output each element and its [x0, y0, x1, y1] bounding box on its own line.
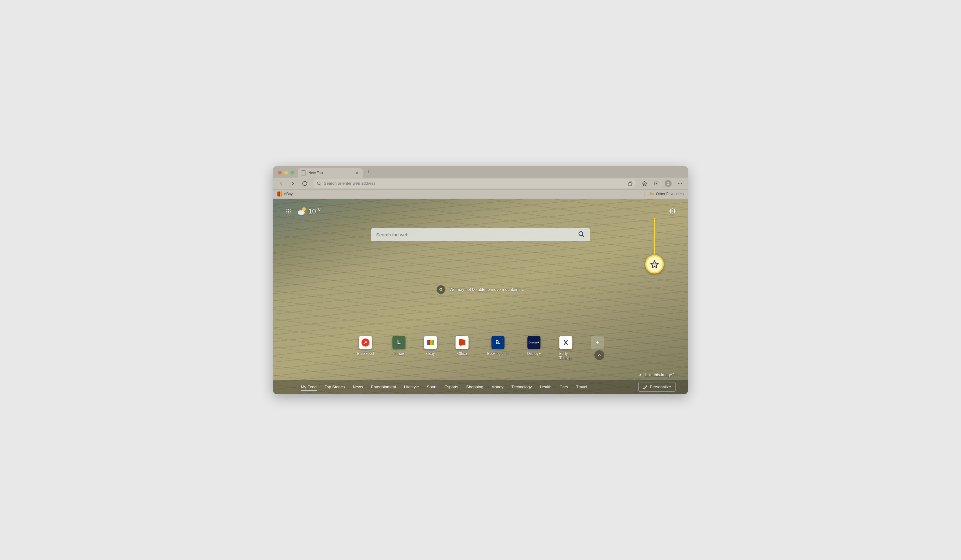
feed-tab-lifestyle[interactable]: Lifestyle: [404, 381, 419, 393]
like-image-link[interactable]: Like this image?: [637, 372, 674, 377]
add-favorite-icon[interactable]: [627, 181, 633, 186]
tile-disney[interactable]: Disney+ Disney+: [527, 336, 541, 360]
tile-icon: ↗: [359, 336, 372, 349]
svg-point-8: [290, 209, 291, 210]
maximize-window-button[interactable]: [291, 171, 294, 175]
personalize-button[interactable]: Personalize: [638, 382, 675, 392]
tab-title: New Tab: [309, 171, 323, 175]
feed-tab-entertainment[interactable]: Entertainment: [371, 381, 396, 393]
favorite-ebay[interactable]: eBay: [277, 191, 292, 196]
add-tile-button[interactable]: +: [591, 336, 604, 360]
avatar-icon: [665, 180, 672, 187]
tile-label: Disney+: [527, 351, 541, 356]
new-tab-page: 10°C We may not be able to move mountain…: [273, 199, 688, 394]
svg-point-3: [678, 183, 679, 183]
caption-search-icon: [437, 285, 445, 294]
ebay-icon: [277, 191, 282, 196]
tile-buzzfeed[interactable]: ↗ BuzzFeed: [357, 336, 374, 360]
address-input[interactable]: [324, 181, 625, 186]
divider: [644, 191, 645, 196]
feed-tab-top-stories[interactable]: Top Stories: [325, 381, 345, 393]
browser-tab[interactable]: New Tab ✕: [298, 168, 363, 178]
folder-icon: [649, 192, 654, 196]
tile-icon: L: [392, 336, 405, 349]
web-search-button[interactable]: [578, 231, 585, 239]
tab-bar: New Tab ✕ +: [273, 166, 688, 178]
favorites-button[interactable]: [640, 179, 649, 188]
feed-more-button[interactable]: ···: [595, 385, 600, 389]
feed-tab-cars[interactable]: Cars: [559, 381, 568, 393]
tile-forty-thieves[interactable]: Forty Thieves: [559, 336, 572, 360]
svg-point-6: [286, 209, 287, 210]
tile-label: Office: [457, 351, 467, 356]
minimize-window-button[interactable]: [284, 171, 288, 175]
feed-tab-my-feed[interactable]: My Feed: [301, 381, 317, 393]
feed-tab-money[interactable]: Money: [491, 381, 503, 393]
page-layout-button[interactable]: [285, 208, 292, 215]
web-search-input[interactable]: [376, 232, 578, 237]
feed-tab-esports[interactable]: Esports: [445, 381, 458, 393]
tile-lifewire[interactable]: L Lifewire: [392, 336, 405, 360]
browser-window: New Tab ✕ +: [273, 166, 688, 394]
expand-icon: [637, 372, 642, 377]
toolbar: [273, 178, 688, 189]
background-image: [273, 199, 688, 394]
feed-tab-news[interactable]: News: [353, 381, 363, 393]
profile-button[interactable]: [663, 179, 673, 188]
forward-button[interactable]: [288, 179, 298, 188]
temperature-unit: °C: [317, 207, 320, 212]
new-tab-button[interactable]: +: [364, 168, 373, 177]
svg-point-0: [317, 181, 320, 185]
tile-ebay[interactable]: eBay: [424, 336, 437, 360]
favorites-star-icon: [650, 260, 659, 268]
tile-label: Booking.com: [487, 351, 508, 356]
svg-point-2: [667, 182, 669, 183]
feed-nav: My Feed Top Stories News Entertainment L…: [273, 380, 688, 394]
caption-text: We may not be able to move mountains…: [450, 287, 524, 292]
svg-point-11: [290, 211, 291, 212]
weather-widget[interactable]: 10°C: [298, 207, 321, 215]
tile-icon: Disney+: [527, 336, 541, 349]
new-tab-icon: [301, 170, 306, 175]
temperature-value: 10: [309, 207, 316, 215]
collections-button[interactable]: [651, 179, 661, 188]
pencil-icon: [643, 385, 648, 389]
tile-booking[interactable]: B. Booking.com: [487, 336, 508, 360]
svg-point-15: [672, 210, 673, 212]
close-window-button[interactable]: [278, 171, 282, 175]
page-settings-button[interactable]: [669, 208, 675, 215]
feed-tab-health[interactable]: Health: [540, 381, 552, 393]
feed-tab-sport[interactable]: Sport: [427, 381, 437, 393]
svg-point-10: [288, 211, 289, 212]
svg-point-14: [290, 212, 291, 213]
refresh-button[interactable]: [300, 179, 310, 188]
weather-icon: [298, 207, 306, 215]
favorites-bar: eBay Other Favourites: [273, 189, 688, 199]
tile-icon: [559, 336, 572, 349]
window-controls: [276, 171, 296, 178]
tile-label: Forty Thieves: [559, 351, 572, 360]
image-caption[interactable]: We may not be able to move mountains…: [437, 285, 524, 294]
close-tab-button[interactable]: ✕: [355, 170, 360, 175]
annotation-line: [654, 218, 655, 258]
feed-tab-travel[interactable]: Travel: [576, 381, 587, 393]
web-search-box[interactable]: [371, 228, 590, 241]
menu-button[interactable]: [675, 179, 685, 188]
favorite-ebay-label: eBay: [284, 192, 292, 196]
tile-label: [597, 351, 598, 356]
svg-point-17: [440, 288, 442, 290]
address-bar[interactable]: [313, 179, 636, 188]
svg-point-7: [288, 209, 289, 210]
svg-point-9: [286, 211, 287, 212]
tile-label: BuzzFeed: [357, 351, 374, 356]
like-image-label: Like this image?: [645, 372, 674, 377]
feed-tab-technology[interactable]: Technology: [511, 381, 532, 393]
tile-office[interactable]: Office: [455, 336, 468, 360]
svg-point-4: [680, 183, 680, 183]
other-favorites-label: Other Favourites: [656, 192, 684, 196]
back-button[interactable]: [276, 179, 286, 188]
search-icon: [317, 181, 321, 186]
other-favorites-folder[interactable]: Other Favourites: [649, 192, 684, 196]
tile-icon: [455, 336, 468, 349]
feed-tab-shopping[interactable]: Shopping: [466, 381, 483, 393]
